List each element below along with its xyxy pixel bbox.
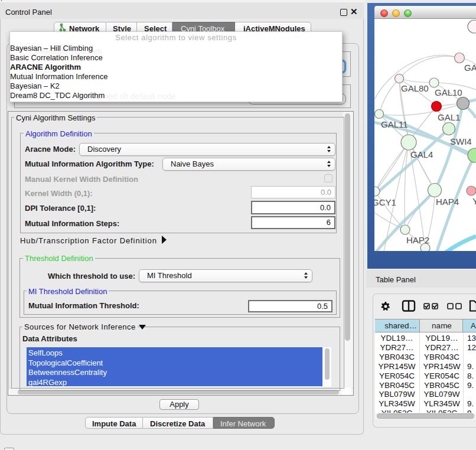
svg-text:GAL7: GAL7 bbox=[464, 63, 476, 73]
svg-text:GAL10: GAL10 bbox=[435, 87, 462, 97]
svg-text:GAL80: GAL80 bbox=[401, 83, 429, 93]
svg-text:GAL1: GAL1 bbox=[438, 112, 460, 122]
svg-text:GAL11: GAL11 bbox=[381, 119, 408, 129]
svg-text:GAL4: GAL4 bbox=[410, 149, 433, 159]
svg-text:Y: Y bbox=[472, 196, 476, 206]
svg-text:HAP4: HAP4 bbox=[436, 197, 459, 207]
svg-text:GCY1: GCY1 bbox=[374, 197, 396, 207]
svg-text:SWI4: SWI4 bbox=[450, 136, 472, 146]
